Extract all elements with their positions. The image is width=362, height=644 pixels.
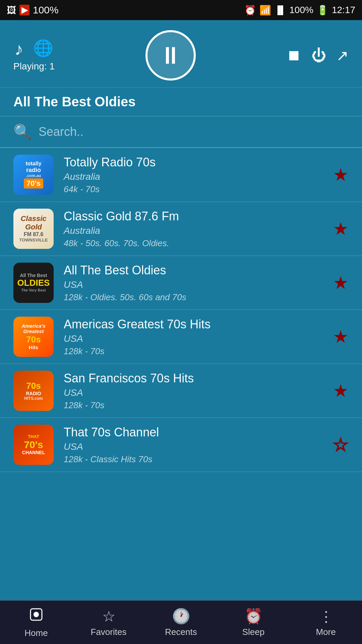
station-item[interactable]: America'sGreatest 70s Hits Americas Grea… [0, 310, 362, 364]
station-info: That 70s Channel USA 128k - Classic Hits… [64, 425, 326, 465]
station-meta: 64k - 70s [64, 184, 326, 195]
status-bar: 🖼 ▶ 100% ⏰ 📶 ▐▌ 100% 🔋 12:17 [0, 0, 362, 20]
favorites-icon: ☆ [102, 608, 115, 625]
status-bar-right: ⏰ 📶 ▐▌ 100% 🔋 12:17 [244, 5, 355, 16]
station-name: San Franciscos 70s Hits [64, 371, 326, 385]
globe-icon[interactable]: 🌐 [33, 39, 53, 59]
nav-item-sleep[interactable]: ⏰ Sleep [217, 607, 290, 637]
battery-percent: 100% [289, 5, 313, 15]
svg-point-1 [34, 612, 39, 617]
station-name: Totally Radio 70s [64, 155, 326, 169]
station-logo: Classic Gold FM 87.6 TOWNSVILLE [13, 209, 54, 249]
search-bar[interactable]: 🔍 [0, 116, 362, 148]
share-icon[interactable]: ↗ [336, 47, 349, 64]
pause-icon: ⏸ [159, 42, 183, 69]
station-meta: 128k - Oldies. 50s. 60s and 70s [64, 292, 326, 303]
nav-label-favorites: Favorites [91, 627, 127, 637]
station-country: USA [64, 441, 326, 452]
station-item[interactable]: 70s RADIO HITS.com San Franciscos 70s Hi… [0, 364, 362, 418]
station-item[interactable]: THAT 70's CHANNEL That 70s Channel USA 1… [0, 418, 362, 472]
search-icon: 🔍 [13, 123, 32, 141]
nav-label-recents: Recents [165, 627, 197, 637]
station-logo: THAT 70's CHANNEL [13, 425, 54, 465]
signal-count: 100% [33, 4, 59, 16]
app-icon: ▶ [19, 5, 29, 15]
nav-item-favorites[interactable]: ☆ Favorites [72, 608, 145, 637]
player-left-controls: ♪ 🌐 Playing: 1 [13, 39, 55, 72]
favorite-star[interactable]: ★ [333, 165, 349, 185]
station-info: Classic Gold 87.6 Fm Australia 48k - 50s… [64, 209, 326, 249]
signal-icon: ▐▌ [275, 5, 286, 15]
alarm-icon: ⏰ [244, 5, 256, 16]
home-icon [28, 607, 44, 626]
pause-button[interactable]: ⏸ [145, 30, 196, 80]
station-logo: All The Best OLDIES The Very Best [13, 263, 54, 303]
bottom-nav: Home ☆ Favorites 🕐 Recents ⏰ Sleep ⋮ Mor… [0, 600, 362, 644]
station-info: Americas Greatest 70s Hits USA 128k - 70… [64, 317, 326, 357]
station-item[interactable]: Classic Gold FM 87.6 TOWNSVILLE Classic … [0, 202, 362, 256]
more-icon: ⋮ [319, 608, 333, 625]
nav-item-recents[interactable]: 🕐 Recents [145, 607, 217, 637]
nav-label-sleep: Sleep [242, 627, 265, 637]
station-country: USA [64, 279, 326, 290]
favorite-star[interactable]: ★ [333, 219, 349, 239]
station-name: That 70s Channel [64, 425, 326, 439]
station-meta: 128k - Classic Hits 70s [64, 454, 326, 465]
station-item[interactable]: All The Best OLDIES The Very Best All Th… [0, 256, 362, 310]
station-country: Australia [64, 171, 326, 182]
station-info: San Franciscos 70s Hits USA 128k - 70s [64, 371, 326, 411]
recents-icon: 🕐 [172, 607, 190, 625]
status-bar-left: 🖼 ▶ 100% [7, 4, 59, 16]
favorite-star[interactable]: ★ [333, 381, 349, 401]
current-station-title: All The Best Oldies [13, 94, 349, 109]
station-item[interactable]: totally radio .com.au 70's Totally Radio… [0, 148, 362, 202]
favorite-star[interactable]: ★ [333, 327, 349, 347]
nav-item-more[interactable]: ⋮ More [290, 608, 362, 637]
station-list: totally radio .com.au 70's Totally Radio… [0, 148, 362, 594]
station-country: Australia [64, 225, 326, 236]
nav-item-home[interactable]: Home [0, 607, 72, 638]
sleep-icon: ⏰ [244, 607, 263, 625]
nav-label-more: More [316, 627, 336, 637]
station-logo: totally radio .com.au 70's [13, 155, 54, 195]
station-name: All The Best Oldies [64, 263, 326, 277]
station-meta: 128k - 70s [64, 346, 326, 357]
stop-icon[interactable]: ⏹ [287, 47, 301, 64]
station-country: USA [64, 387, 326, 398]
power-icon[interactable]: ⏻ [311, 47, 326, 64]
station-name: Americas Greatest 70s Hits [64, 317, 326, 331]
music-note-icon[interactable]: ♪ [14, 39, 23, 59]
station-logo: America'sGreatest 70s Hits [13, 317, 54, 357]
station-meta: 128k - 70s [64, 400, 326, 411]
playing-label: Playing: 1 [13, 61, 55, 72]
favorite-star[interactable]: ★ [333, 273, 349, 293]
nav-label-home: Home [24, 628, 48, 638]
station-meta: 48k - 50s. 60s. 70s. Oldies. [64, 238, 326, 249]
current-station-bar: All The Best Oldies [0, 88, 362, 116]
clock: 12:17 [332, 5, 355, 15]
station-info: All The Best Oldies USA 128k - Oldies. 5… [64, 263, 326, 303]
station-country: USA [64, 333, 326, 344]
station-info: Totally Radio 70s Australia 64k - 70s [64, 155, 326, 195]
station-logo: 70s RADIO HITS.com [13, 371, 54, 411]
wifi-icon: 📶 [259, 5, 271, 16]
player-header: ♪ 🌐 Playing: 1 ⏸ ⏹ ⏻ ↗ [0, 20, 362, 88]
battery-icon: 🔋 [317, 5, 328, 16]
favorite-star-empty[interactable]: ☆ [333, 435, 349, 455]
station-name: Classic Gold 87.6 Fm [64, 209, 326, 223]
player-right-controls: ⏹ ⏻ ↗ [287, 47, 349, 64]
search-input[interactable] [39, 125, 349, 139]
image-icon: 🖼 [7, 5, 16, 16]
